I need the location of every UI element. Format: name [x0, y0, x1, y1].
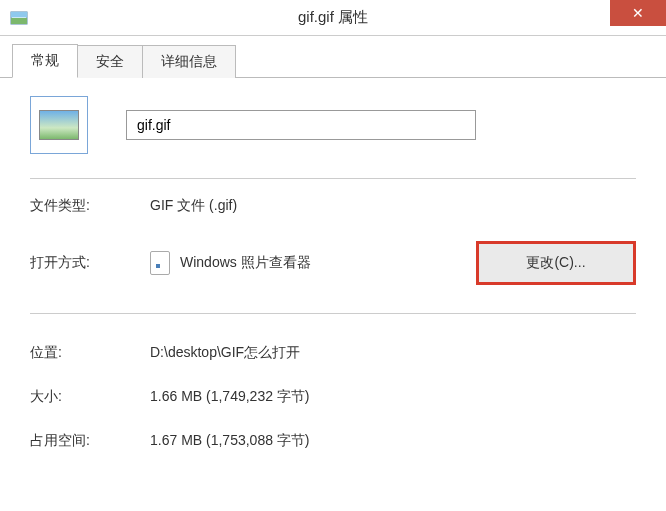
label-open-with: 打开方式: — [30, 254, 150, 272]
file-icon — [30, 96, 88, 154]
svg-rect-1 — [11, 18, 27, 24]
titlebar: gif.gif 属性 ✕ — [0, 0, 666, 36]
label-file-type: 文件类型: — [30, 197, 150, 215]
value-size-on-disk: 1.67 MB (1,753,088 字节) — [150, 432, 636, 450]
label-size-on-disk: 占用空间: — [30, 432, 150, 450]
label-location: 位置: — [30, 344, 150, 362]
value-size: 1.66 MB (1,749,232 字节) — [150, 388, 636, 406]
window-title: gif.gif 属性 — [298, 8, 368, 27]
app-icon — [10, 9, 28, 27]
open-with-row: Windows 照片查看器 — [150, 251, 476, 275]
label-size: 大小: — [30, 388, 150, 406]
photo-viewer-icon — [150, 251, 170, 275]
value-file-type: GIF 文件 (.gif) — [150, 197, 636, 215]
svg-rect-2 — [11, 12, 27, 17]
tabs: 常规 安全 详细信息 — [0, 44, 666, 78]
close-icon: ✕ — [632, 5, 644, 21]
value-location: D:\desktop\GIF怎么打开 — [150, 344, 636, 362]
properties-grid-2: 位置: D:\desktop\GIF怎么打开 大小: 1.66 MB (1,74… — [30, 334, 636, 450]
value-open-with: Windows 照片查看器 — [180, 254, 311, 272]
file-header — [30, 96, 636, 179]
filename-input[interactable] — [126, 110, 476, 140]
change-button[interactable]: 更改(C)... — [476, 241, 636, 285]
properties-panel: 文件类型: GIF 文件 (.gif) 打开方式: Windows 照片查看器 … — [0, 78, 666, 450]
tab-security[interactable]: 安全 — [78, 45, 143, 78]
divider — [30, 313, 636, 314]
close-button[interactable]: ✕ — [610, 0, 666, 26]
tab-details[interactable]: 详细信息 — [143, 45, 236, 78]
properties-grid-1: 文件类型: GIF 文件 (.gif) 打开方式: Windows 照片查看器 … — [30, 197, 636, 316]
tab-general[interactable]: 常规 — [12, 44, 78, 78]
image-icon — [39, 110, 79, 140]
